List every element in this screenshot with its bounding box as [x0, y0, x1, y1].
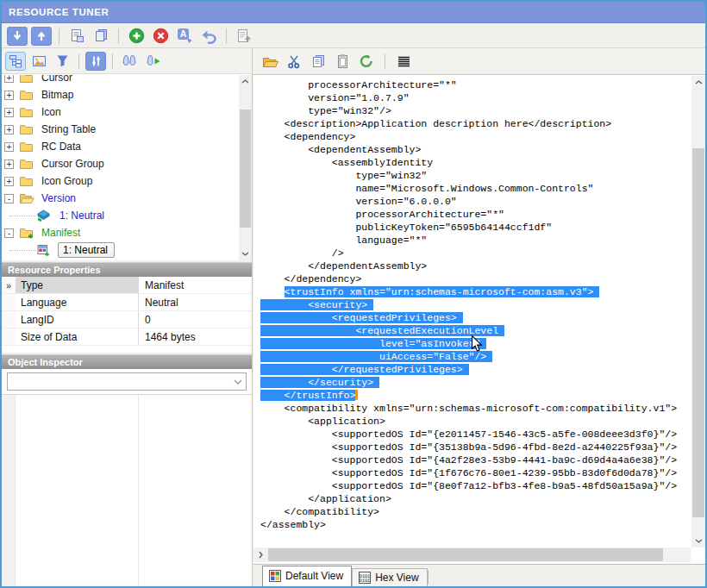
expand-icon[interactable]: + [4, 125, 14, 134]
code-line[interactable]: <requestedPrivileges> [260, 311, 691, 324]
word-wrap-button[interactable] [394, 52, 413, 71]
tree-item-1-neutral[interactable]: 1: Neutral [2, 241, 239, 259]
code-line[interactable]: processorArchitecture="*" [260, 208, 691, 221]
tree-item-rc-data[interactable]: +RC Data [2, 138, 239, 155]
move-down-button[interactable] [7, 27, 28, 46]
code-line[interactable]: </application> [260, 492, 691, 505]
expand-icon[interactable]: + [4, 75, 14, 83]
code-line[interactable]: uiAccess="False"/> [260, 350, 691, 363]
tree-item-1-neutral[interactable]: 1: Neutral [2, 207, 239, 224]
expand-icon[interactable]: + [4, 160, 14, 169]
expand-icon[interactable]: + [4, 177, 14, 186]
code-line[interactable]: <security> [260, 298, 691, 311]
code-line[interactable]: <application> [260, 415, 691, 428]
code-line[interactable]: <supportedOS Id="{35138b9a-5d96-4fbd-8e2… [260, 441, 691, 454]
property-row-language[interactable]: LanguageNeutral [2, 294, 252, 311]
tree-item-string-table[interactable]: +String Table [2, 121, 239, 138]
tree-item-cursor[interactable]: +Cursor [2, 75, 239, 86]
tab-default-view[interactable]: Default View [262, 566, 352, 586]
scroll-down-icon[interactable] [239, 247, 252, 260]
tree-item-cursor-group[interactable]: +Cursor Group [2, 155, 239, 172]
manifest-editor[interactable]: processorArchitecture="*" version="1.0.7… [253, 76, 691, 547]
refresh-button[interactable] [357, 52, 376, 71]
tree-item-manifest[interactable]: -Manifest [2, 224, 239, 241]
code-line[interactable]: language="*" [260, 234, 691, 247]
scroll-right-icon[interactable] [253, 547, 268, 562]
export-resource-button[interactable] [234, 27, 254, 46]
add-resource-button[interactable] [126, 27, 147, 46]
code-line[interactable]: name="Microsoft.Windows.Common-Controls" [260, 182, 691, 195]
code-line[interactable]: </assembly> [260, 518, 691, 531]
code-line[interactable]: <compatibility xmlns="urn:schemas-micros… [260, 402, 691, 415]
collapse-icon[interactable]: - [4, 194, 14, 203]
code-line[interactable]: <supportedOS Id="{8e0f7a12-bfb3-4fe8-b9a… [260, 479, 691, 492]
expand-icon[interactable]: + [4, 91, 14, 100]
translate-button[interactable]: A [174, 27, 195, 46]
tab-hex-view[interactable]: 01010101 Hex View [352, 568, 427, 586]
settings-button[interactable] [85, 52, 106, 71]
code-line[interactable]: <supportedOS Id="{1f676c76-80e1-4239-95b… [260, 466, 691, 479]
code-line[interactable]: <description>Application description her… [260, 117, 691, 130]
code-line[interactable]: <requestedExecutionLevel [260, 324, 691, 337]
open-button[interactable] [260, 52, 279, 71]
property-row-type[interactable]: »TypeManifest [2, 277, 252, 294]
tree-item-bitmap[interactable]: +Bitmap [2, 86, 239, 103]
code-line[interactable]: level="asInvoker" [260, 337, 691, 350]
code-line[interactable]: type="win32" [260, 169, 691, 182]
tree-item-icon-group[interactable]: +Icon Group [2, 172, 239, 190]
code-line[interactable]: <assemblyIdentity [260, 156, 691, 169]
title-bar[interactable]: RESOURCE TUNER [2, 2, 705, 23]
hex-view-icon: 01010101 [359, 572, 371, 584]
expand-icon[interactable]: + [4, 108, 14, 117]
resource-tree[interactable]: +Cursor+Bitmap+Icon+String Table+RC Data… [2, 75, 252, 260]
scrollbar-thumb[interactable] [240, 109, 251, 228]
code-line[interactable]: /> [260, 247, 691, 260]
code-line[interactable]: publicKeyToken="6595b64144ccf1df" [260, 221, 691, 234]
delete-resource-button[interactable] [150, 27, 171, 46]
code-line[interactable]: <dependentAssembly> [260, 143, 691, 156]
expand-icon[interactable]: + [4, 142, 14, 152]
code-line[interactable]: </security> [260, 376, 691, 389]
code-line[interactable]: </dependentAssembly> [260, 260, 691, 272]
move-up-button[interactable] [31, 27, 52, 46]
code-line[interactable]: </trustInfo> [260, 389, 691, 402]
undo-button[interactable] [198, 27, 219, 46]
tree-scrollbar[interactable] [239, 75, 252, 260]
code-line[interactable]: </requestedPrivileges> [260, 363, 691, 376]
tree-item-icon[interactable]: +Icon [2, 103, 239, 121]
code-line[interactable]: </dependency> [260, 272, 691, 285]
code-line[interactable]: <supportedOS Id="{4a2f28e3-53b9-4441-ba9… [260, 454, 691, 466]
folder-icon [19, 175, 34, 188]
tree-view-button[interactable] [5, 52, 26, 71]
scroll-up-icon[interactable] [239, 75, 252, 88]
code-line[interactable]: version="6.0.0.0" [260, 195, 691, 208]
paste-button[interactable] [333, 52, 352, 71]
property-row-size-of-data[interactable]: Size of Data1464 bytes [2, 328, 252, 346]
chevron-down-icon[interactable] [230, 379, 246, 385]
code-line[interactable]: <dependency> [260, 130, 691, 143]
code-line[interactable]: <trustInfo xmlns="urn:schemas-microsoft-… [260, 285, 691, 298]
find-next-button[interactable] [142, 52, 163, 71]
find-button[interactable] [119, 52, 140, 71]
scroll-up-icon[interactable] [691, 76, 705, 89]
scrollbar-thumb[interactable] [268, 548, 663, 561]
object-inspector-combobox[interactable] [7, 372, 247, 391]
collapse-icon[interactable]: - [4, 228, 14, 238]
code-line[interactable]: version="1.0.7.9" [260, 91, 691, 104]
tree-item-version[interactable]: -Version [2, 190, 239, 207]
editor-vscrollbar[interactable] [691, 76, 705, 547]
copy-button[interactable] [309, 52, 328, 71]
editor-hscrollbar[interactable] [253, 547, 691, 562]
duplicate-resource-button[interactable] [91, 27, 111, 46]
filter-button[interactable] [52, 52, 72, 71]
cut-button[interactable] [285, 52, 303, 71]
code-line[interactable]: </compatibility> [260, 505, 691, 518]
scrollbar-thumb[interactable] [692, 148, 704, 517]
code-line[interactable]: processorArchitecture="*" [260, 78, 691, 91]
property-row-langid[interactable]: LangID0 [2, 311, 252, 328]
code-line[interactable]: type="win32"/> [260, 104, 691, 117]
code-line[interactable]: <supportedOS Id="{e2011457-1546-43c5-a5f… [260, 428, 691, 441]
image-preview-button[interactable] [28, 52, 49, 71]
copy-resource-button[interactable] [66, 27, 87, 46]
scroll-down-icon[interactable] [691, 535, 705, 547]
